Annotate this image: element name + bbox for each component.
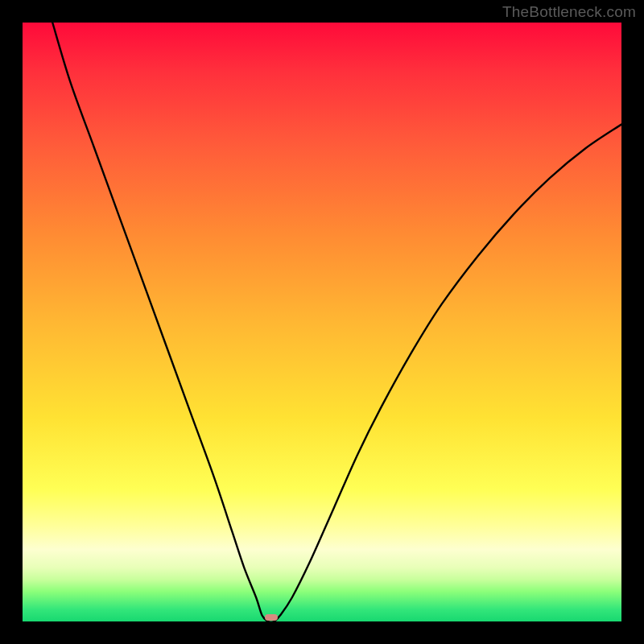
chart-frame: TheBottleneck.com — [0, 0, 644, 644]
watermark-text: TheBottleneck.com — [502, 3, 636, 21]
minimum-marker — [265, 614, 278, 621]
bottleneck-curve — [23, 23, 621, 621]
plot-area — [23, 23, 621, 621]
